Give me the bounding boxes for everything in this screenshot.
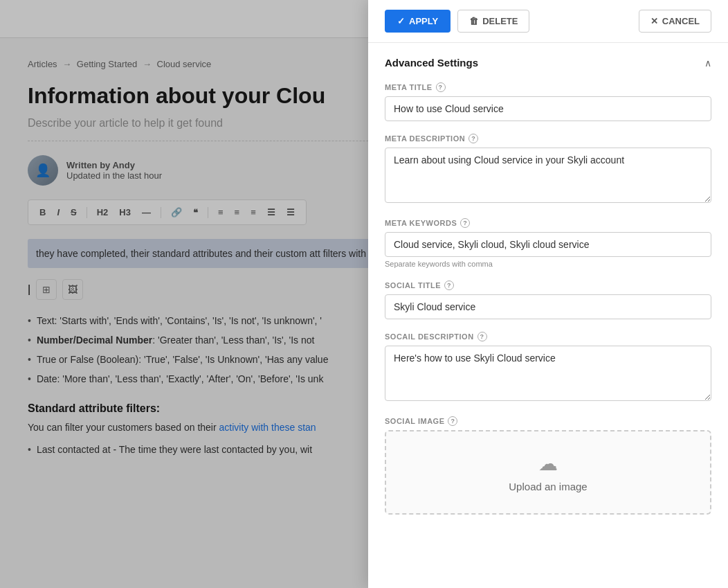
meta-title-input[interactable] (385, 96, 711, 121)
apply-button[interactable]: ✓ APPLY (385, 10, 451, 33)
social-description-label: SOCAIL DESCRIPTION ? (385, 332, 711, 341)
section-toggle[interactable]: Advanced Settings ∧ (385, 57, 711, 69)
social-image-help-icon[interactable]: ? (448, 416, 457, 426)
social-title-input[interactable] (385, 294, 711, 319)
delete-button[interactable]: 🗑 DELETE (457, 10, 529, 33)
social-description-input[interactable] (385, 346, 711, 401)
meta-description-help-icon[interactable]: ? (468, 134, 478, 143)
social-title-label: SOCIAL TITLE ? (385, 280, 711, 290)
cancel-button[interactable]: ✕ CANCEL (639, 10, 711, 33)
meta-keywords-hint: Separate keywords with comma (385, 260, 711, 268)
social-description-help-icon[interactable]: ? (477, 332, 487, 341)
upload-label: Upload an image (509, 481, 587, 492)
meta-title-field: META TITLE ? (385, 82, 711, 121)
trash-icon: 🗑 (469, 16, 478, 26)
meta-keywords-label: META KEYWORDS ? (385, 218, 711, 228)
social-title-field: SOCIAL TITLE ? (385, 280, 711, 319)
panel-header: ✓ APPLY 🗑 DELETE ✕ CANCEL (368, 0, 728, 43)
social-title-help-icon[interactable]: ? (444, 280, 454, 290)
meta-keywords-input[interactable] (385, 232, 711, 257)
advanced-settings-panel: ✓ APPLY 🗑 DELETE ✕ CANCEL Advanced Setti… (368, 0, 728, 588)
chevron-up-icon: ∧ (704, 57, 711, 69)
cloud-upload-icon: ☁ (538, 452, 558, 475)
meta-description-label: META DESCRIPTION ? (385, 134, 711, 143)
checkmark-icon: ✓ (397, 16, 405, 26)
social-image-field: SOCIAL IMAGE ? ☁ Upload an image (385, 416, 711, 515)
image-upload-area[interactable]: ☁ Upload an image (385, 430, 711, 515)
meta-keywords-help-icon[interactable]: ? (460, 218, 470, 228)
section-toggle-title: Advanced Settings (385, 57, 478, 69)
meta-description-field: META DESCRIPTION ? (385, 134, 711, 206)
close-icon: ✕ (650, 16, 658, 26)
panel-header-actions: ✓ APPLY 🗑 DELETE (385, 10, 529, 33)
meta-title-help-icon[interactable]: ? (436, 82, 446, 92)
social-description-field: SOCAIL DESCRIPTION ? (385, 332, 711, 404)
meta-description-input[interactable] (385, 148, 711, 203)
meta-title-label: META TITLE ? (385, 82, 711, 92)
meta-keywords-field: META KEYWORDS ? Separate keywords with c… (385, 218, 711, 268)
social-image-label: SOCIAL IMAGE ? (385, 416, 711, 426)
panel-body: Advanced Settings ∧ META TITLE ? META DE… (368, 43, 728, 588)
